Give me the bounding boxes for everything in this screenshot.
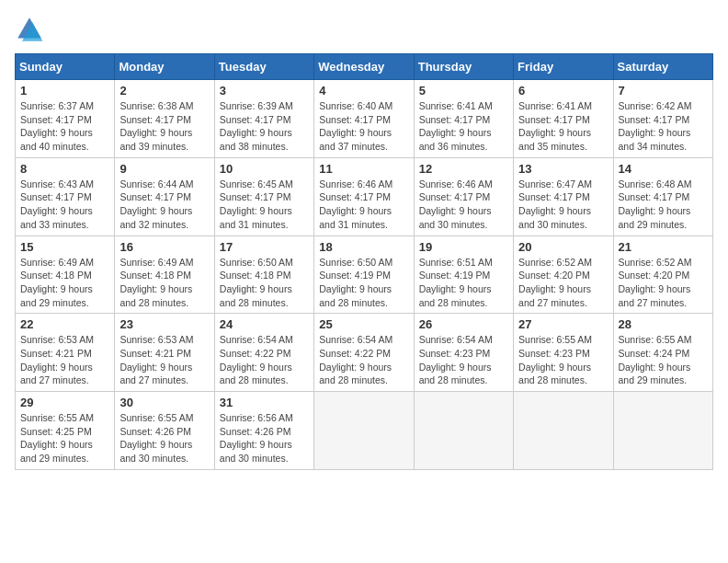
cell-content: Sunrise: 6:43 AM Sunset: 4:17 PM Dayligh… (20, 178, 109, 232)
calendar-cell (613, 392, 712, 470)
cell-content: Sunrise: 6:55 AM Sunset: 4:23 PM Dayligh… (518, 333, 608, 387)
cell-content: Sunrise: 6:45 AM Sunset: 4:17 PM Dayligh… (220, 178, 309, 232)
calendar-cell: 29 Sunrise: 6:55 AM Sunset: 4:25 PM Dayl… (16, 392, 115, 470)
week-row-3: 15 Sunrise: 6:49 AM Sunset: 4:18 PM Dayl… (16, 236, 713, 314)
cell-content: Sunrise: 6:38 AM Sunset: 4:17 PM Dayligh… (119, 99, 209, 154)
calendar-cell: 23 Sunrise: 6:53 AM Sunset: 4:21 PM Dayl… (115, 314, 214, 392)
day-number: 10 (220, 162, 309, 176)
day-number: 14 (619, 162, 708, 176)
day-number: 20 (518, 240, 608, 254)
day-number: 13 (518, 162, 608, 176)
day-number: 29 (20, 396, 109, 409)
week-row-4: 22 Sunrise: 6:53 AM Sunset: 4:21 PM Dayl… (16, 314, 713, 392)
day-number: 11 (319, 162, 408, 176)
week-row-1: 1 Sunrise: 6:37 AM Sunset: 4:17 PM Dayli… (16, 80, 713, 158)
day-number: 30 (119, 396, 209, 409)
logo-icon (15, 15, 44, 44)
day-number: 23 (119, 317, 209, 331)
day-number: 17 (220, 240, 309, 254)
calendar-cell: 12 Sunrise: 6:46 AM Sunset: 4:17 PM Dayl… (414, 157, 513, 236)
calendar-cell: 3 Sunrise: 6:39 AM Sunset: 4:17 PM Dayli… (214, 80, 313, 158)
calendar-cell: 10 Sunrise: 6:45 AM Sunset: 4:17 PM Dayl… (214, 157, 313, 236)
day-number: 15 (20, 240, 109, 254)
day-number: 31 (220, 396, 309, 409)
cell-content: Sunrise: 6:37 AM Sunset: 4:17 PM Dayligh… (20, 99, 109, 154)
day-number: 2 (119, 84, 209, 98)
day-number: 18 (319, 240, 408, 254)
col-header-sunday: Sunday (16, 54, 115, 80)
cell-content: Sunrise: 6:55 AM Sunset: 4:24 PM Dayligh… (619, 333, 708, 387)
day-number: 22 (20, 317, 109, 331)
col-header-saturday: Saturday (613, 54, 712, 80)
cell-content: Sunrise: 6:54 AM Sunset: 4:23 PM Dayligh… (419, 333, 508, 387)
col-header-tuesday: Tuesday (214, 54, 313, 80)
calendar-cell: 21 Sunrise: 6:52 AM Sunset: 4:20 PM Dayl… (613, 236, 712, 314)
cell-content: Sunrise: 6:50 AM Sunset: 4:19 PM Dayligh… (319, 256, 408, 310)
day-number: 3 (220, 84, 309, 98)
calendar-cell: 11 Sunrise: 6:46 AM Sunset: 4:17 PM Dayl… (314, 157, 414, 236)
calendar-cell: 2 Sunrise: 6:38 AM Sunset: 4:17 PM Dayli… (115, 80, 214, 158)
calendar-cell: 25 Sunrise: 6:54 AM Sunset: 4:22 PM Dayl… (314, 314, 414, 392)
calendar-cell: 20 Sunrise: 6:52 AM Sunset: 4:20 PM Dayl… (514, 236, 613, 314)
calendar-cell: 6 Sunrise: 6:41 AM Sunset: 4:17 PM Dayli… (514, 80, 613, 158)
calendar-cell: 5 Sunrise: 6:41 AM Sunset: 4:17 PM Dayli… (414, 80, 513, 158)
day-number: 16 (119, 240, 209, 254)
cell-content: Sunrise: 6:49 AM Sunset: 4:18 PM Dayligh… (20, 256, 109, 310)
day-number: 27 (518, 317, 608, 331)
cell-content: Sunrise: 6:40 AM Sunset: 4:17 PM Dayligh… (319, 99, 408, 154)
day-number: 19 (419, 240, 508, 254)
calendar-cell (414, 392, 513, 470)
cell-content: Sunrise: 6:48 AM Sunset: 4:17 PM Dayligh… (619, 178, 708, 232)
day-number: 6 (518, 84, 608, 98)
calendar-cell: 7 Sunrise: 6:42 AM Sunset: 4:17 PM Dayli… (613, 80, 712, 158)
calendar-cell: 27 Sunrise: 6:55 AM Sunset: 4:23 PM Dayl… (514, 314, 613, 392)
cell-content: Sunrise: 6:41 AM Sunset: 4:17 PM Dayligh… (518, 99, 608, 154)
calendar-cell: 17 Sunrise: 6:50 AM Sunset: 4:18 PM Dayl… (214, 236, 313, 314)
week-row-2: 8 Sunrise: 6:43 AM Sunset: 4:17 PM Dayli… (16, 157, 713, 236)
day-number: 26 (419, 317, 508, 331)
col-header-thursday: Thursday (414, 54, 513, 80)
calendar-cell: 1 Sunrise: 6:37 AM Sunset: 4:17 PM Dayli… (16, 80, 115, 158)
cell-content: Sunrise: 6:39 AM Sunset: 4:17 PM Dayligh… (220, 99, 309, 154)
cell-content: Sunrise: 6:55 AM Sunset: 4:25 PM Dayligh… (20, 411, 109, 465)
cell-content: Sunrise: 6:56 AM Sunset: 4:26 PM Dayligh… (220, 411, 309, 465)
day-number: 25 (319, 317, 408, 331)
cell-content: Sunrise: 6:53 AM Sunset: 4:21 PM Dayligh… (119, 333, 209, 387)
calendar-cell: 13 Sunrise: 6:47 AM Sunset: 4:17 PM Dayl… (514, 157, 613, 236)
calendar-cell: 19 Sunrise: 6:51 AM Sunset: 4:19 PM Dayl… (414, 236, 513, 314)
cell-content: Sunrise: 6:41 AM Sunset: 4:17 PM Dayligh… (419, 99, 508, 154)
cell-content: Sunrise: 6:46 AM Sunset: 4:17 PM Dayligh… (419, 178, 508, 232)
cell-content: Sunrise: 6:50 AM Sunset: 4:18 PM Dayligh… (220, 256, 309, 310)
calendar-cell: 26 Sunrise: 6:54 AM Sunset: 4:23 PM Dayl… (414, 314, 513, 392)
header (15, 15, 713, 44)
header-row: SundayMondayTuesdayWednesdayThursdayFrid… (16, 54, 713, 80)
calendar-cell: 30 Sunrise: 6:55 AM Sunset: 4:26 PM Dayl… (115, 392, 214, 470)
col-header-friday: Friday (514, 54, 613, 80)
cell-content: Sunrise: 6:53 AM Sunset: 4:21 PM Dayligh… (20, 333, 109, 387)
day-number: 8 (20, 162, 109, 176)
calendar-cell: 9 Sunrise: 6:44 AM Sunset: 4:17 PM Dayli… (115, 157, 214, 236)
cell-content: Sunrise: 6:44 AM Sunset: 4:17 PM Dayligh… (119, 178, 209, 232)
cell-content: Sunrise: 6:49 AM Sunset: 4:18 PM Dayligh… (119, 256, 209, 310)
cell-content: Sunrise: 6:52 AM Sunset: 4:20 PM Dayligh… (619, 256, 708, 310)
cell-content: Sunrise: 6:46 AM Sunset: 4:17 PM Dayligh… (319, 178, 408, 232)
cell-content: Sunrise: 6:52 AM Sunset: 4:20 PM Dayligh… (518, 256, 608, 310)
day-number: 1 (20, 84, 109, 98)
cell-content: Sunrise: 6:54 AM Sunset: 4:22 PM Dayligh… (319, 333, 408, 387)
calendar-cell: 4 Sunrise: 6:40 AM Sunset: 4:17 PM Dayli… (314, 80, 414, 158)
calendar-cell (514, 392, 613, 470)
cell-content: Sunrise: 6:47 AM Sunset: 4:17 PM Dayligh… (518, 178, 608, 232)
calendar-table: SundayMondayTuesdayWednesdayThursdayFrid… (15, 53, 713, 470)
calendar-cell: 14 Sunrise: 6:48 AM Sunset: 4:17 PM Dayl… (613, 157, 712, 236)
cell-content: Sunrise: 6:55 AM Sunset: 4:26 PM Dayligh… (119, 411, 209, 465)
col-header-monday: Monday (115, 54, 214, 80)
cell-content: Sunrise: 6:42 AM Sunset: 4:17 PM Dayligh… (619, 99, 708, 154)
cell-content: Sunrise: 6:54 AM Sunset: 4:22 PM Dayligh… (220, 333, 309, 387)
day-number: 9 (119, 162, 209, 176)
col-header-wednesday: Wednesday (314, 54, 414, 80)
calendar-cell: 15 Sunrise: 6:49 AM Sunset: 4:18 PM Dayl… (16, 236, 115, 314)
cell-content: Sunrise: 6:51 AM Sunset: 4:19 PM Dayligh… (419, 256, 508, 310)
day-number: 28 (619, 317, 708, 331)
calendar-cell: 16 Sunrise: 6:49 AM Sunset: 4:18 PM Dayl… (115, 236, 214, 314)
calendar-cell: 24 Sunrise: 6:54 AM Sunset: 4:22 PM Dayl… (214, 314, 313, 392)
